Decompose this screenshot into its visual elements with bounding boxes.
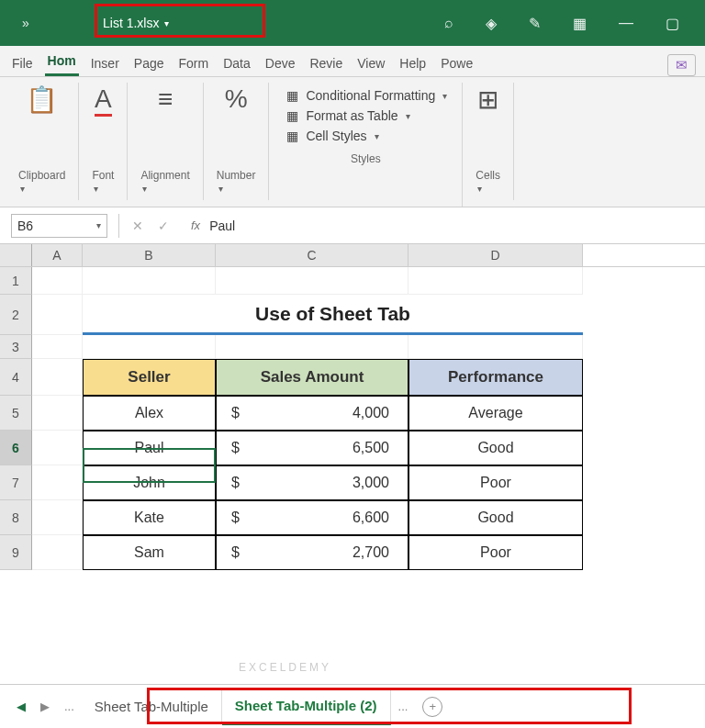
- table-row[interactable]: Paul: [83, 431, 216, 465]
- sheet-tab-bar: ◀ ▶ ... Sheet Tab-Multiple Sheet Tab-Mul…: [0, 684, 705, 728]
- tab-review[interactable]: Revie: [307, 50, 345, 76]
- search-icon[interactable]: ⌕: [444, 15, 453, 32]
- col-header-d[interactable]: D: [408, 244, 583, 266]
- tab-view[interactable]: View: [354, 50, 387, 76]
- sheet-nav-prev[interactable]: ◀: [9, 700, 33, 713]
- row-header[interactable]: 3: [0, 335, 32, 359]
- layout-icon[interactable]: ▦: [573, 15, 587, 32]
- filename-dropdown[interactable]: List 1.xlsx ▾: [90, 14, 182, 32]
- pen-icon[interactable]: ✎: [529, 15, 541, 32]
- tab-developer[interactable]: Deve: [263, 50, 298, 76]
- formula-bar-buttons: ✕ ✓: [119, 218, 182, 233]
- tab-power[interactable]: Powe: [438, 50, 476, 76]
- table-row[interactable]: Average: [408, 396, 583, 431]
- alignment-icon[interactable]: ≡: [158, 84, 173, 114]
- row-header[interactable]: 1: [0, 267, 32, 295]
- sheet-nav-next[interactable]: ▶: [33, 700, 57, 713]
- filename-text: List 1.xlsx: [103, 16, 159, 30]
- row-header[interactable]: 4: [0, 359, 32, 396]
- sheet-title[interactable]: Use of Sheet Tab: [83, 295, 583, 335]
- table-row[interactable]: Poor: [408, 465, 583, 500]
- clipboard-icon[interactable]: 📋: [26, 84, 58, 115]
- sheet-tab[interactable]: Sheet Tab-Multiple (2): [222, 688, 391, 725]
- table-row[interactable]: Poor: [408, 535, 583, 570]
- table-row[interactable]: Kate: [83, 500, 216, 535]
- formula-value[interactable]: Paul: [209, 218, 235, 233]
- table-row[interactable]: $4,000: [216, 396, 408, 431]
- cancel-icon[interactable]: ✕: [132, 218, 143, 233]
- format-as-table-button[interactable]: ▦Format as Table▾: [284, 108, 447, 123]
- group-clipboard-label: Clipboard▾: [18, 165, 65, 200]
- table-row[interactable]: Good: [408, 500, 583, 535]
- table-row[interactable]: Alex: [83, 396, 216, 431]
- formula-bar-row: B6 ▾ ✕ ✓ fx Paul: [0, 207, 705, 244]
- table-header-performance[interactable]: Performance: [408, 359, 583, 396]
- conditional-formatting-button[interactable]: ▦Conditional Formatting▾: [284, 88, 447, 103]
- group-clipboard: 📋 Clipboard▾: [6, 83, 79, 200]
- cell-styles-button[interactable]: ▦Cell Styles▾: [284, 129, 447, 143]
- row-header[interactable]: 9: [0, 535, 32, 570]
- spreadsheet-grid[interactable]: A B C D 1 2 Use of Sheet Tab 3 4 Seller …: [0, 244, 705, 570]
- col-header-a[interactable]: A: [32, 244, 83, 266]
- select-all-corner[interactable]: [0, 244, 32, 266]
- minimize-icon[interactable]: —: [619, 15, 633, 32]
- group-font-label: Font▾: [92, 165, 114, 200]
- tab-home[interactable]: Hom: [45, 48, 79, 76]
- group-alignment-label: Alignment▾: [140, 165, 189, 200]
- sheet-tab[interactable]: Sheet Tab-Multiple: [82, 689, 222, 723]
- group-cells: ⊞ Cells▾: [463, 83, 514, 200]
- cells-icon[interactable]: ⊞: [477, 84, 498, 115]
- tab-page[interactable]: Page: [131, 50, 167, 76]
- table-icon: ▦: [284, 108, 300, 123]
- group-font: A Font▾: [79, 83, 128, 200]
- title-bar: » List 1.xlsx ▾ ⌕ ◈ ✎ ▦ — ▢: [0, 0, 705, 46]
- table-row[interactable]: $6,600: [216, 500, 408, 535]
- accept-icon[interactable]: ✓: [158, 218, 169, 233]
- font-icon[interactable]: A: [95, 84, 112, 117]
- watermark: EXCELDEMY: [239, 661, 331, 674]
- ribbon: 📋 Clipboard▾ A Font▾ ≡ Alignment▾ % Numb…: [0, 77, 705, 207]
- table-row[interactable]: Good: [408, 431, 583, 465]
- table-header-amount[interactable]: Sales Amount: [216, 359, 408, 396]
- table-row[interactable]: $2,700: [216, 535, 408, 570]
- titlebar-overflow-icon[interactable]: »: [0, 16, 44, 30]
- group-cells-label: Cells▾: [476, 165, 500, 200]
- name-box[interactable]: B6 ▾: [11, 214, 107, 238]
- group-number: % Number▾: [204, 83, 270, 200]
- table-row[interactable]: $3,000: [216, 465, 408, 500]
- ribbon-tabs: File Hom Inser Page Form Data Deve Revie…: [0, 46, 705, 77]
- col-header-b[interactable]: B: [83, 244, 216, 266]
- table-row[interactable]: Sam: [83, 535, 216, 570]
- diamond-icon[interactable]: ◈: [486, 15, 497, 32]
- cell-styles-icon: ▦: [284, 129, 300, 143]
- new-sheet-button[interactable]: +: [422, 697, 442, 717]
- group-styles-label: Styles: [284, 149, 447, 171]
- sheet-nav-more-right[interactable]: ...: [391, 700, 416, 713]
- col-header-c[interactable]: C: [216, 244, 408, 266]
- row-header[interactable]: 5: [0, 396, 32, 431]
- table-row[interactable]: $6,500: [216, 431, 408, 465]
- tab-file[interactable]: File: [9, 50, 36, 76]
- row-header[interactable]: 6: [0, 431, 32, 465]
- table-row[interactable]: John: [83, 465, 216, 500]
- group-styles: ▦Conditional Formatting▾ ▦Format as Tabl…: [269, 83, 463, 207]
- tab-data[interactable]: Data: [220, 50, 253, 76]
- row-header[interactable]: 2: [0, 295, 32, 335]
- group-alignment: ≡ Alignment▾: [128, 83, 203, 200]
- maximize-icon[interactable]: ▢: [666, 15, 679, 32]
- tab-formulas[interactable]: Form: [176, 50, 212, 76]
- table-header-seller[interactable]: Seller: [83, 359, 216, 396]
- chevron-down-icon: ▾: [164, 18, 169, 28]
- sheet-nav-more-left[interactable]: ...: [57, 700, 82, 713]
- comments-button[interactable]: ✉: [667, 54, 696, 76]
- titlebar-actions: ⌕ ◈ ✎ ▦ — ▢: [444, 15, 705, 32]
- fx-label[interactable]: fx: [182, 218, 209, 232]
- row-header[interactable]: 8: [0, 500, 32, 535]
- number-icon[interactable]: %: [225, 84, 248, 114]
- name-box-value: B6: [17, 218, 33, 233]
- column-headers: A B C D: [0, 244, 705, 267]
- row-header[interactable]: 7: [0, 465, 32, 500]
- tab-help[interactable]: Help: [397, 50, 429, 76]
- tab-insert[interactable]: Inser: [88, 50, 122, 76]
- namebox-dropdown-icon: ▾: [95, 220, 101, 230]
